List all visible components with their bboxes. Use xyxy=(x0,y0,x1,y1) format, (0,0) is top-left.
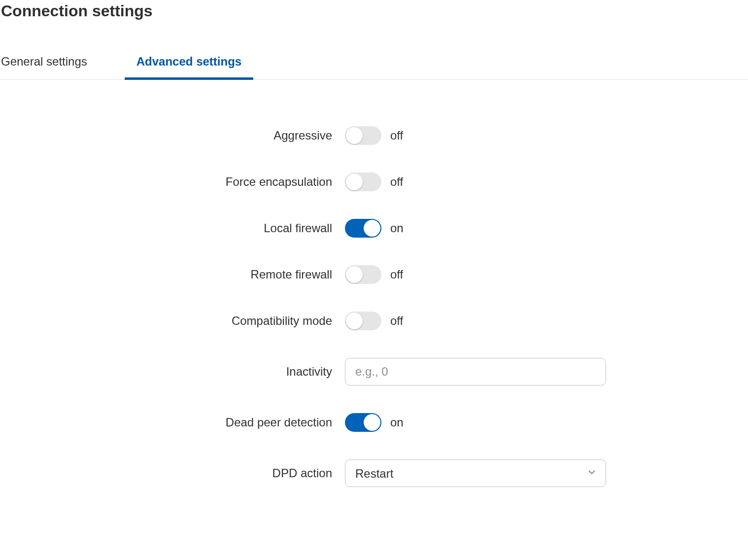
toggle-knob xyxy=(346,127,363,144)
row-aggressive: Aggressive off xyxy=(0,126,748,145)
control-local-firewall: on xyxy=(345,219,404,238)
toggle-state-aggressive: off xyxy=(390,129,403,142)
toggle-aggressive[interactable] xyxy=(345,126,381,145)
control-dpd-action: Restart xyxy=(345,459,606,487)
row-dpd-action: DPD action Restart xyxy=(0,459,748,487)
toggle-local-firewall[interactable] xyxy=(345,219,381,238)
label-dpd-action: DPD action xyxy=(0,466,345,480)
label-compatibility-mode: Compatibility mode xyxy=(0,314,345,328)
tab-general-settings[interactable]: General settings xyxy=(1,50,87,79)
label-local-firewall: Local firewall xyxy=(0,221,345,235)
dpd-action-select[interactable]: Restart xyxy=(345,459,606,487)
toggle-knob xyxy=(346,313,363,329)
toggle-state-local-firewall: on xyxy=(390,221,404,235)
toggle-force-encapsulation[interactable] xyxy=(345,173,381,191)
toggle-knob xyxy=(364,414,380,431)
tabs: General settings Advanced settings xyxy=(0,50,748,80)
label-force-encapsulation: Force encapsulation xyxy=(0,175,345,189)
control-aggressive: off xyxy=(345,126,403,145)
row-force-encapsulation: Force encapsulation off xyxy=(0,173,748,191)
label-inactivity: Inactivity xyxy=(0,365,345,379)
row-local-firewall: Local firewall on xyxy=(0,219,748,238)
inactivity-input[interactable] xyxy=(345,358,606,385)
toggle-knob xyxy=(364,220,380,237)
row-inactivity: Inactivity xyxy=(0,358,748,385)
page-title: Connection settings xyxy=(0,0,748,20)
row-remote-firewall: Remote firewall off xyxy=(0,265,748,284)
toggle-remote-firewall[interactable] xyxy=(345,265,381,284)
toggle-knob xyxy=(346,266,363,283)
row-dead-peer-detection: Dead peer detection on xyxy=(0,413,748,432)
control-inactivity xyxy=(345,358,606,385)
dpd-action-select-wrapper: Restart xyxy=(345,459,606,487)
tab-advanced-settings[interactable]: Advanced settings xyxy=(136,50,241,79)
toggle-state-remote-firewall: off xyxy=(390,268,403,281)
toggle-dead-peer-detection[interactable] xyxy=(345,413,381,432)
label-dead-peer-detection: Dead peer detection xyxy=(0,416,345,429)
control-dead-peer-detection: on xyxy=(345,413,404,432)
settings-form: Aggressive off Force encapsulation off L… xyxy=(0,80,748,487)
toggle-state-dead-peer-detection: on xyxy=(390,416,404,429)
label-aggressive: Aggressive xyxy=(0,129,345,142)
toggle-state-compatibility-mode: off xyxy=(390,314,403,328)
control-force-encapsulation: off xyxy=(345,173,403,191)
row-compatibility-mode: Compatibility mode off xyxy=(0,312,748,330)
toggle-knob xyxy=(346,174,363,190)
toggle-compatibility-mode[interactable] xyxy=(345,312,381,330)
toggle-state-force-encapsulation: off xyxy=(390,175,403,189)
label-remote-firewall: Remote firewall xyxy=(0,268,345,281)
control-remote-firewall: off xyxy=(345,265,403,284)
control-compatibility-mode: off xyxy=(345,312,403,330)
